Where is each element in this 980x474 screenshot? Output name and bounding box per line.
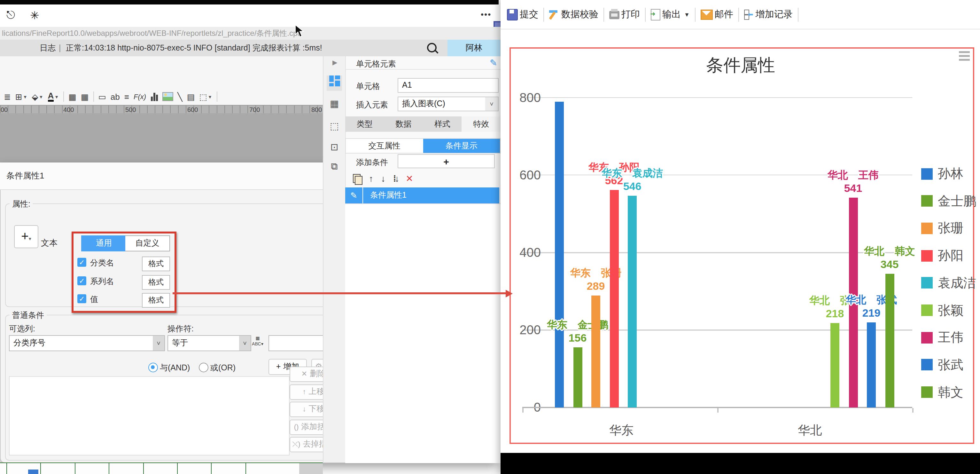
legend-label: 金士鹏 <box>938 192 976 209</box>
copy-icon[interactable] <box>353 174 361 183</box>
tab-数据[interactable]: 数据 <box>384 117 423 132</box>
legend-item-孙林[interactable]: 孙林 <box>921 165 963 182</box>
mobile-preview-icon[interactable]: ⎋ <box>6 9 15 22</box>
float-element-icon[interactable]: ⬚ <box>327 118 342 134</box>
cursor-tool-icon[interactable]: ✳ <box>30 9 39 22</box>
tab-general[interactable]: 通用 <box>81 235 127 251</box>
fill-color-icon[interactable]: ⬙▼ <box>32 93 43 101</box>
report-canvas[interactable] <box>0 113 323 163</box>
tab-condition-display[interactable]: 条件显示 <box>423 139 500 153</box>
bottom-black-area <box>501 453 980 474</box>
checkbox-label: 分类名 <box>90 258 114 269</box>
bar-张颖 <box>830 323 839 407</box>
tab-样式[interactable]: 样式 <box>423 117 462 132</box>
tab-custom[interactable]: 自定义 <box>125 235 170 251</box>
ruler-tick-label: 500 <box>125 105 136 114</box>
panel-empty-area <box>345 203 501 463</box>
condition-item-row[interactable]: ✎ 条件属性1 <box>345 187 499 203</box>
widget-icon[interactable]: ▭ <box>98 93 106 101</box>
border-icon[interactable]: ⊞▼ <box>15 93 27 101</box>
chart-icon[interactable] <box>151 93 158 101</box>
grid-column-line <box>177 463 178 474</box>
checkbox-1[interactable]: ✓ <box>77 258 86 267</box>
add-record-button[interactable]: 增加记录 <box>744 8 793 21</box>
log-message: 正常:14:03:18 http-nio-8075-exec-5 INFO [s… <box>66 40 322 56</box>
layers-icon[interactable]: ⧉ <box>327 159 342 174</box>
value-type-abc-icon[interactable]: ▦ABC▾ <box>251 333 265 352</box>
font-color-icon[interactable]: A▼ <box>48 91 59 102</box>
format-button[interactable]: 格式 <box>142 275 170 289</box>
widget-icon[interactable]: ⊡ <box>327 139 342 155</box>
operator-select[interactable]: 等于˅ <box>167 335 251 351</box>
image-icon[interactable] <box>162 92 173 101</box>
tab-interaction[interactable]: 交互属性 <box>346 139 423 153</box>
frame-icon[interactable]: ⬚▼ <box>199 93 212 101</box>
legend-item-王伟[interactable]: 王伟 <box>921 329 963 346</box>
more-icon[interactable]: ••• <box>481 10 491 19</box>
legend-item-金士鹏[interactable]: 金士鹏 <box>921 192 976 209</box>
format-button[interactable]: 格式 <box>142 257 170 271</box>
text-icon[interactable]: ab <box>111 93 120 101</box>
chevron-down-icon: ˅ <box>239 336 251 351</box>
cell-name-input[interactable]: A1 <box>398 78 499 93</box>
legend-item-张珊[interactable]: 张珊 <box>921 220 963 237</box>
tab-特效[interactable]: 特效 <box>462 117 501 132</box>
toolbar-label: 邮件 <box>715 8 733 21</box>
panel-header: 单元格元素 <box>356 59 396 70</box>
or-radio[interactable] <box>199 363 208 372</box>
sort-icon[interactable]: ⁞↓ <box>393 173 398 184</box>
tab-类型[interactable]: 类型 <box>345 117 384 132</box>
edit-pencil-icon[interactable]: ✎ <box>490 57 497 68</box>
legend-item-张武[interactable]: 张武 <box>921 356 963 373</box>
cell-element-icon[interactable] <box>327 75 342 91</box>
column-select[interactable]: 分类序号˅ <box>9 335 165 351</box>
export-button[interactable]: 输出▼ <box>651 8 690 21</box>
add-attribute-button[interactable]: +▾ <box>14 225 38 248</box>
report-block-icon[interactable]: ▤ <box>187 93 195 101</box>
split-cell-icon[interactable]: ▦ <box>81 93 89 101</box>
collapse-panel-icon[interactable]: ▶ <box>332 59 337 66</box>
legend-item-韩文[interactable]: 韩文 <box>921 383 963 401</box>
legend-item-张颖[interactable]: 张颖 <box>921 302 963 319</box>
submit-icon <box>507 9 518 20</box>
grid-column-line <box>75 463 75 474</box>
submit-button[interactable]: 提交 <box>507 8 538 21</box>
search-icon[interactable] <box>427 43 437 53</box>
condition-list-box[interactable] <box>9 376 290 455</box>
log-label[interactable]: 日志 <box>40 40 56 56</box>
move-down-icon[interactable]: ↓ <box>381 173 385 184</box>
legend-label: 孙林 <box>938 165 963 182</box>
check-row: ✓系列名格式 <box>77 275 169 288</box>
bar-韩文 <box>885 274 894 407</box>
grid-column-line <box>40 463 41 474</box>
delete-icon[interactable]: ✕ <box>406 173 413 184</box>
or-label: 或(OR) <box>210 363 235 373</box>
print-button[interactable]: 打印 <box>609 8 640 21</box>
attribute-legend: 属性: <box>10 199 33 210</box>
add-condition-plus-button[interactable]: + <box>398 154 495 168</box>
cell-attribute-icon[interactable]: ▦ <box>327 96 342 111</box>
line-icon[interactable]: ╲ <box>177 93 183 101</box>
move-up-icon[interactable]: ↑ <box>369 173 373 184</box>
legend-item-袁成洁[interactable]: 袁成洁 <box>921 275 976 292</box>
merge-cell-icon[interactable]: ▦ <box>68 93 76 101</box>
format-button[interactable]: 格式 <box>142 293 170 308</box>
rich-text-icon[interactable]: ≡ <box>124 93 129 101</box>
checkbox-label: 系列名 <box>90 276 114 287</box>
data-validate-button[interactable]: 数据校验 <box>549 8 598 21</box>
and-radio[interactable] <box>148 363 158 372</box>
align-indent-icon[interactable]: ≣ <box>4 93 11 101</box>
formula-icon[interactable]: F(x) <box>134 93 146 100</box>
toolbar-separator <box>645 7 646 21</box>
ruler-tick-label: 600 <box>187 105 198 114</box>
legend-item-孙阳[interactable]: 孙阳 <box>921 247 963 264</box>
preview-toolbar: 提交数据校验打印输出▼邮件增加记录 <box>501 0 980 29</box>
insert-element-select[interactable]: 插入图表(C) ˅ <box>398 97 499 111</box>
checkbox-3[interactable]: ✓ <box>77 294 86 303</box>
grid-column-line <box>109 463 109 474</box>
x-axis-tick <box>912 408 913 413</box>
checkbox-2[interactable]: ✓ <box>77 276 86 285</box>
email-button[interactable]: 邮件 <box>701 8 733 21</box>
user-badge[interactable]: 阿林 <box>447 40 501 56</box>
bar-孙阳 <box>609 190 619 407</box>
